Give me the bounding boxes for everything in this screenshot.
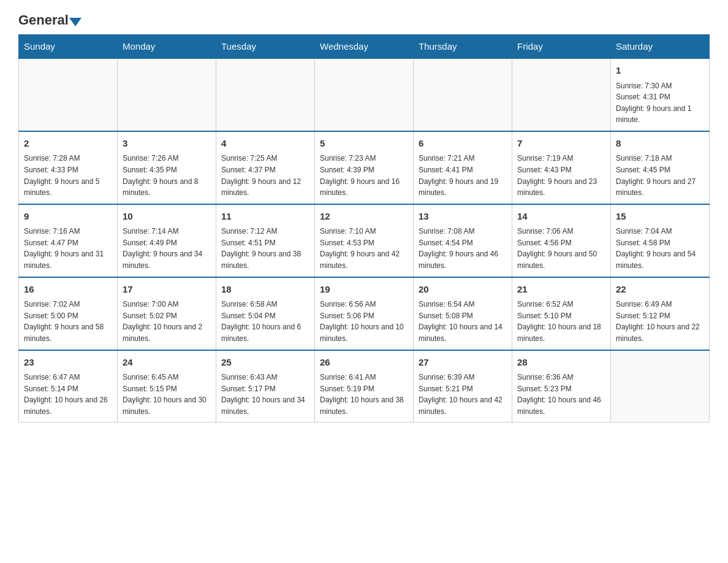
day-info: Sunrise: 7:30 AMSunset: 4:31 PMDaylight:…	[616, 80, 704, 126]
col-thursday: Thursday	[414, 35, 512, 59]
day-info: Sunrise: 7:23 AMSunset: 4:39 PMDaylight:…	[320, 153, 408, 198]
calendar-cell: 2Sunrise: 7:28 AMSunset: 4:33 PMDaylight…	[19, 131, 118, 204]
day-number: 20	[419, 283, 507, 297]
calendar-cell: 22Sunrise: 6:49 AMSunset: 5:12 PMDayligh…	[611, 277, 710, 350]
day-number: 6	[419, 137, 507, 151]
day-info: Sunrise: 6:56 AMSunset: 5:06 PMDaylight:…	[320, 299, 408, 344]
day-info: Sunrise: 6:43 AMSunset: 5:17 PMDaylight:…	[221, 372, 309, 417]
day-info: Sunrise: 7:08 AMSunset: 4:54 PMDaylight:…	[419, 226, 507, 271]
logo: General	[18, 12, 83, 28]
calendar-cell	[118, 58, 216, 131]
col-saturday: Saturday	[611, 35, 710, 59]
calendar-cell: 24Sunrise: 6:45 AMSunset: 5:15 PMDayligh…	[118, 350, 216, 423]
day-number: 21	[517, 283, 605, 297]
col-tuesday: Tuesday	[216, 35, 315, 59]
day-number: 25	[221, 356, 309, 370]
day-number: 15	[616, 210, 704, 224]
day-info: Sunrise: 7:14 AMSunset: 4:49 PMDaylight:…	[123, 226, 211, 271]
day-number: 14	[517, 210, 605, 224]
day-number: 9	[24, 210, 112, 224]
day-number: 5	[320, 137, 408, 151]
day-number: 3	[123, 137, 211, 151]
calendar-cell: 28Sunrise: 6:36 AMSunset: 5:23 PMDayligh…	[512, 350, 611, 423]
calendar-cell	[611, 350, 710, 423]
day-info: Sunrise: 6:36 AMSunset: 5:23 PMDaylight:…	[517, 372, 605, 417]
week-row: 9Sunrise: 7:16 AMSunset: 4:47 PMDaylight…	[19, 204, 710, 277]
calendar-cell: 12Sunrise: 7:10 AMSunset: 4:53 PMDayligh…	[315, 204, 414, 277]
day-number: 16	[24, 283, 112, 297]
calendar-cell: 20Sunrise: 6:54 AMSunset: 5:08 PMDayligh…	[414, 277, 512, 350]
logo-general-text: General	[18, 12, 69, 28]
calendar-cell: 14Sunrise: 7:06 AMSunset: 4:56 PMDayligh…	[512, 204, 611, 277]
day-info: Sunrise: 6:52 AMSunset: 5:10 PMDaylight:…	[517, 299, 605, 344]
calendar-table: Sunday Monday Tuesday Wednesday Thursday…	[18, 34, 710, 423]
day-info: Sunrise: 6:49 AMSunset: 5:12 PMDaylight:…	[616, 299, 704, 344]
logo-triangle-icon	[69, 18, 82, 26]
calendar-cell: 4Sunrise: 7:25 AMSunset: 4:37 PMDaylight…	[216, 131, 315, 204]
calendar-cell: 17Sunrise: 7:00 AMSunset: 5:02 PMDayligh…	[118, 277, 216, 350]
day-info: Sunrise: 7:04 AMSunset: 4:58 PMDaylight:…	[616, 226, 704, 271]
calendar-cell: 11Sunrise: 7:12 AMSunset: 4:51 PMDayligh…	[216, 204, 315, 277]
page-header: General	[18, 12, 710, 28]
calendar-cell: 6Sunrise: 7:21 AMSunset: 4:41 PMDaylight…	[414, 131, 512, 204]
day-info: Sunrise: 6:58 AMSunset: 5:04 PMDaylight:…	[221, 299, 309, 344]
day-info: Sunrise: 7:06 AMSunset: 4:56 PMDaylight:…	[517, 226, 605, 271]
week-row: 23Sunrise: 6:47 AMSunset: 5:14 PMDayligh…	[19, 350, 710, 423]
day-info: Sunrise: 6:41 AMSunset: 5:19 PMDaylight:…	[320, 372, 408, 417]
week-row: 16Sunrise: 7:02 AMSunset: 5:00 PMDayligh…	[19, 277, 710, 350]
calendar-cell: 13Sunrise: 7:08 AMSunset: 4:54 PMDayligh…	[414, 204, 512, 277]
day-number: 19	[320, 283, 408, 297]
day-info: Sunrise: 7:16 AMSunset: 4:47 PMDaylight:…	[24, 226, 112, 271]
week-row: 2Sunrise: 7:28 AMSunset: 4:33 PMDaylight…	[19, 131, 710, 204]
calendar-cell: 3Sunrise: 7:26 AMSunset: 4:35 PMDaylight…	[118, 131, 216, 204]
day-info: Sunrise: 7:10 AMSunset: 4:53 PMDaylight:…	[320, 226, 408, 271]
calendar-cell: 7Sunrise: 7:19 AMSunset: 4:43 PMDaylight…	[512, 131, 611, 204]
calendar-cell: 26Sunrise: 6:41 AMSunset: 5:19 PMDayligh…	[315, 350, 414, 423]
day-info: Sunrise: 6:39 AMSunset: 5:21 PMDaylight:…	[419, 372, 507, 417]
day-number: 11	[221, 210, 309, 224]
day-info: Sunrise: 6:54 AMSunset: 5:08 PMDaylight:…	[419, 299, 507, 344]
col-friday: Friday	[512, 35, 611, 59]
col-sunday: Sunday	[19, 35, 118, 59]
day-info: Sunrise: 7:21 AMSunset: 4:41 PMDaylight:…	[419, 153, 507, 198]
day-number: 18	[221, 283, 309, 297]
calendar-cell: 19Sunrise: 6:56 AMSunset: 5:06 PMDayligh…	[315, 277, 414, 350]
day-number: 23	[24, 356, 112, 370]
calendar-cell	[216, 58, 315, 131]
calendar-cell	[315, 58, 414, 131]
day-number: 4	[221, 137, 309, 151]
day-number: 1	[616, 64, 704, 78]
calendar-cell: 21Sunrise: 6:52 AMSunset: 5:10 PMDayligh…	[512, 277, 611, 350]
day-number: 10	[123, 210, 211, 224]
day-info: Sunrise: 7:18 AMSunset: 4:45 PMDaylight:…	[616, 153, 704, 198]
calendar-cell	[414, 58, 512, 131]
day-number: 2	[24, 137, 112, 151]
day-number: 24	[123, 356, 211, 370]
calendar-cell: 23Sunrise: 6:47 AMSunset: 5:14 PMDayligh…	[19, 350, 118, 423]
day-info: Sunrise: 7:26 AMSunset: 4:35 PMDaylight:…	[123, 153, 211, 198]
day-number: 12	[320, 210, 408, 224]
day-info: Sunrise: 7:12 AMSunset: 4:51 PMDaylight:…	[221, 226, 309, 271]
col-monday: Monday	[118, 35, 216, 59]
calendar-cell: 8Sunrise: 7:18 AMSunset: 4:45 PMDaylight…	[611, 131, 710, 204]
calendar-cell: 1Sunrise: 7:30 AMSunset: 4:31 PMDaylight…	[611, 58, 710, 131]
calendar-cell: 15Sunrise: 7:04 AMSunset: 4:58 PMDayligh…	[611, 204, 710, 277]
calendar-cell: 25Sunrise: 6:43 AMSunset: 5:17 PMDayligh…	[216, 350, 315, 423]
week-row: 1Sunrise: 7:30 AMSunset: 4:31 PMDaylight…	[19, 58, 710, 131]
day-info: Sunrise: 7:02 AMSunset: 5:00 PMDaylight:…	[24, 299, 112, 344]
day-number: 13	[419, 210, 507, 224]
day-info: Sunrise: 7:28 AMSunset: 4:33 PMDaylight:…	[24, 153, 112, 198]
day-info: Sunrise: 6:45 AMSunset: 5:15 PMDaylight:…	[123, 372, 211, 417]
calendar-cell: 5Sunrise: 7:23 AMSunset: 4:39 PMDaylight…	[315, 131, 414, 204]
day-number: 28	[517, 356, 605, 370]
calendar-cell	[512, 58, 611, 131]
day-number: 8	[616, 137, 704, 151]
day-number: 27	[419, 356, 507, 370]
day-info: Sunrise: 7:00 AMSunset: 5:02 PMDaylight:…	[123, 299, 211, 344]
calendar-cell: 10Sunrise: 7:14 AMSunset: 4:49 PMDayligh…	[118, 204, 216, 277]
calendar-cell: 16Sunrise: 7:02 AMSunset: 5:00 PMDayligh…	[19, 277, 118, 350]
calendar-header-row: Sunday Monday Tuesday Wednesday Thursday…	[19, 35, 710, 59]
calendar-cell: 18Sunrise: 6:58 AMSunset: 5:04 PMDayligh…	[216, 277, 315, 350]
day-info: Sunrise: 7:19 AMSunset: 4:43 PMDaylight:…	[517, 153, 605, 198]
col-wednesday: Wednesday	[315, 35, 414, 59]
